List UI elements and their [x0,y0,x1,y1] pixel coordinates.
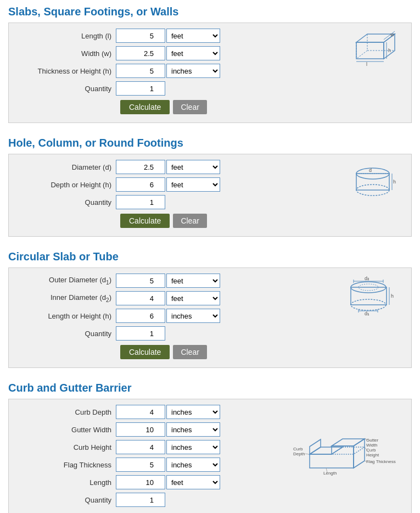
curb-gutter-input[interactable] [116,422,165,437]
slabs-clear-button[interactable]: Clear [173,100,206,114]
curb-height-label: Curb Height [17,443,116,451]
curb-length-unit[interactable]: feetinchesyardscentimetersmeters [166,475,220,489]
svg-text:Curb: Curb [366,448,376,453]
curb-depth-row: Curb Depth inchesfeetyardscentimetersmet… [17,405,288,419]
circular-inner-unit[interactable]: feetinchesyardscentimetersmeters [166,291,220,305]
slabs-width-input[interactable] [116,46,165,60]
curb-diagram-svg: Gutter Width Curb Depth Curb Height Flag… [293,408,403,479]
slabs-form: Length (l) feetinchesyardscentimetersmet… [17,29,337,114]
svg-text:l: l [366,62,367,67]
hole-depth-unit[interactable]: feetinchesyardscentimetersmeters [166,177,220,192]
circular-height-row: Length or Height (h) feetinchesyardscent… [17,309,337,323]
slabs-quantity-row: Quantity [17,81,337,96]
circular-height-input[interactable] [116,309,165,323]
svg-text:d: d [369,168,372,173]
svg-text:Width: Width [366,443,377,448]
curb-height-unit[interactable]: inchesfeetyardscentimetersmeters [166,440,220,454]
circular-outer-row: Outer Diameter (d1) feetinchesyardscenti… [17,274,337,288]
circular-form: Outer Diameter (d1) feetinchesyardscenti… [17,274,337,359]
svg-text:Height: Height [366,453,379,458]
svg-marker-38 [310,439,321,454]
curb-flagthick-row: Flag Thickness inchesfeetyardscentimeter… [17,458,288,472]
slabs-width-label: Width (w) [17,49,116,58]
curb-length-label: Length [17,478,116,487]
svg-text:Length: Length [323,471,337,476]
circular-inner-label: Inner Diameter (d2) [17,293,116,303]
svg-line-12 [356,51,367,59]
hole-diameter-input[interactable] [116,160,165,174]
circular-calc-box: Outer Diameter (d1) feetinchesyardscenti… [8,267,412,368]
hole-calculate-button[interactable]: Calculate [120,214,170,228]
slabs-thickness-input[interactable] [116,64,165,78]
svg-text:d₂: d₂ [365,276,369,281]
circular-outer-unit[interactable]: feetinchesyardscentimetersmeters [166,274,220,288]
hole-title: Hole, Column, or Round Footings [8,137,412,149]
curb-section: Curb and Gutter Barrier Curb Depth inche… [0,376,420,513]
slabs-length-unit[interactable]: feetinchesyardscentimetersmeters [166,29,220,43]
curb-flagthick-unit[interactable]: inchesfeetyardscentimetersmeters [166,458,220,472]
slabs-btn-row: Calculate Clear [120,100,337,114]
svg-line-46 [305,454,309,454]
hole-diameter-label: Diameter (d) [17,163,116,171]
circular-height-unit[interactable]: feetinchesyardscentimetersmeters [166,309,220,323]
circular-calculate-button[interactable]: Calculate [120,345,170,359]
hole-quantity-row: Quantity [17,195,337,209]
svg-text:Depth: Depth [293,451,305,456]
hole-clear-button[interactable]: Clear [173,214,206,228]
curb-diagram: Gutter Width Curb Depth Curb Height Flag… [293,405,403,479]
hole-depth-label: Depth or Height (h) [17,181,116,189]
slabs-thickness-unit[interactable]: feetinchesyardscentimetersmeters [166,64,220,78]
circular-quantity-label: Quantity [17,330,116,338]
curb-height-row: Curb Height inchesfeetyardscentimetersme… [17,440,288,454]
curb-form: Curb Depth inchesfeetyardscentimetersmet… [17,405,288,510]
slabs-width-unit[interactable]: feetinchesyardscentimetersmeters [166,46,220,60]
circular-quantity-input[interactable] [116,326,165,341]
svg-text:Flag Thickness: Flag Thickness [366,459,396,464]
circular-title: Circular Slab or Tube [8,250,412,263]
curb-depth-unit[interactable]: inchesfeetyardscentimetersmeters [166,405,220,419]
svg-marker-34 [310,446,354,468]
slabs-section: Slabs, Square Footings, or Walls Length … [0,0,420,131]
circular-clear-button[interactable]: Clear [173,345,206,359]
hole-calc-box: Diameter (d) feetinchesyardscentimetersm… [8,154,412,237]
hole-diameter-unit[interactable]: feetinchesyardscentimetersmeters [166,160,220,174]
slabs-thickness-label: Thickness or Height (h) [17,67,116,75]
slabs-title: Slabs, Square Footings, or Walls [8,5,412,18]
curb-flagthick-label: Flag Thickness [17,461,116,469]
slabs-width-row: Width (w) feetinchesyardscentimetersmete… [17,46,337,60]
circular-btn-row: Calculate Clear [120,345,337,359]
curb-quantity-input[interactable] [116,493,165,507]
hole-depth-input[interactable] [116,177,165,192]
svg-text:Curb: Curb [293,447,303,451]
slabs-calc-box: Length (l) feetinchesyardscentimetersmet… [8,23,412,123]
slabs-length-row: Length (l) feetinchesyardscentimetersmet… [17,29,337,43]
circular-outer-input[interactable] [116,274,165,288]
curb-depth-label: Curb Depth [17,408,116,416]
curb-gutter-unit[interactable]: inchesfeetyardscentimetersmeters [166,422,220,437]
slabs-diagram-svg: l h w [345,29,400,67]
circular-height-label: Length or Height (h) [17,312,116,320]
slabs-thickness-row: Thickness or Height (h) feetinchesyardsc… [17,64,337,78]
curb-calc-box: Curb Depth inchesfeetyardscentimetersmet… [8,399,412,513]
curb-length-input[interactable] [116,475,165,489]
hole-quantity-input[interactable] [116,195,165,209]
curb-depth-input[interactable] [116,405,165,419]
curb-title: Curb and Gutter Barrier [8,382,412,394]
svg-marker-2 [384,34,395,59]
circular-section: Circular Slab or Tube Outer Diameter (d1… [0,245,420,376]
slabs-calculate-button[interactable]: Calculate [120,100,170,114]
curb-flagthick-input[interactable] [116,458,165,472]
svg-text:w: w [390,32,394,37]
hole-diagram: d h [343,160,403,198]
slabs-length-label: Length (l) [17,32,116,40]
curb-height-input[interactable] [116,440,165,454]
slabs-quantity-input[interactable] [116,81,165,96]
circular-inner-input[interactable] [116,291,165,305]
hole-diameter-row: Diameter (d) feetinchesyardscentimetersm… [17,160,337,174]
hole-form: Diameter (d) feetinchesyardscentimetersm… [17,160,337,228]
svg-text:h: h [391,293,394,299]
curb-gutter-row: Gutter Width inchesfeetyardscentimetersm… [17,422,288,437]
circular-outer-label: Outer Diameter (d1) [17,276,116,286]
hole-section: Hole, Column, or Round Footings Diameter… [0,131,420,245]
slabs-length-input[interactable] [116,29,165,43]
